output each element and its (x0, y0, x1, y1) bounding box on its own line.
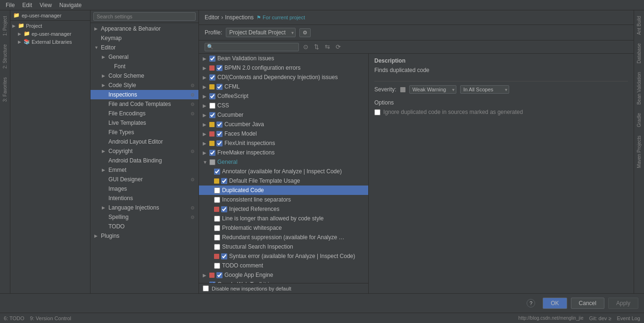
insp-css[interactable]: ▶ CSS (199, 101, 368, 110)
settings-item-font[interactable]: Font (91, 62, 198, 71)
insp-check-faces[interactable] (216, 131, 223, 137)
settings-item-file-types[interactable]: File Types (91, 128, 198, 137)
insp-check-whitespace[interactable] (214, 225, 220, 231)
tree-item-project[interactable]: ▶ 📁 Project (10, 22, 90, 30)
menu-edit[interactable]: Edit (18, 1, 36, 9)
insp-check-annotator[interactable] (214, 169, 220, 175)
settings-item-intentions[interactable]: Intentions (91, 194, 198, 203)
insp-flexunit[interactable]: ▶ FlexUnit inspections (199, 138, 368, 148)
insp-syntax-error[interactable]: Syntax error (available for Analyze | In… (199, 251, 368, 261)
settings-item-keymap[interactable]: Keymap (91, 33, 198, 43)
collapse-icon-button[interactable]: ⇆ (323, 42, 331, 51)
insp-line-longer[interactable]: Line is longer than allowed by code styl… (199, 214, 368, 223)
settings-search-input[interactable] (93, 12, 196, 21)
insp-bpmn[interactable]: ▶ BPMN 2.0 configuration errors (199, 63, 368, 73)
settings-item-general[interactable]: ▶ General (91, 52, 198, 62)
settings-item-android-layout[interactable]: Android Layout Editor (91, 137, 198, 146)
insp-injected-references[interactable]: Injected References (199, 204, 368, 214)
menu-navigate[interactable]: Navigate (56, 1, 85, 9)
insp-check-coffeescript[interactable] (209, 93, 215, 99)
insp-check-inconsistent[interactable] (214, 197, 220, 203)
insp-google-app[interactable]: ▶ Google App Engine (199, 270, 368, 280)
insp-check-flexunit[interactable] (216, 140, 223, 146)
insp-check-css[interactable] (209, 103, 215, 109)
insp-default-file[interactable]: Default File Template Usage (199, 176, 368, 186)
left-vtab-project[interactable]: 1: Project (1, 12, 8, 40)
settings-item-inspections[interactable]: Inspections ⚙ (91, 90, 198, 99)
insp-check-duplicated[interactable] (214, 187, 220, 194)
settings-item-todo[interactable]: TODO (91, 222, 198, 231)
insp-check-freemaker[interactable] (209, 150, 215, 156)
insp-cfml[interactable]: ▶ CFML (199, 82, 368, 91)
insp-check-syntax[interactable] (221, 253, 227, 259)
menu-view[interactable]: View (36, 1, 56, 9)
inspections-search-input[interactable] (205, 43, 299, 51)
settings-item-gui-designer[interactable]: GUI Designer ⚙ (91, 175, 198, 184)
settings-item-images[interactable]: Images (91, 184, 198, 194)
settings-item-android-data[interactable]: Android Data Binding (91, 156, 198, 165)
insp-check-injected[interactable] (221, 206, 227, 212)
insp-bean-validation[interactable]: ▶ Bean Validation issues (199, 54, 368, 63)
insp-check-cfml[interactable] (216, 84, 223, 90)
apply-button[interactable]: Apply (608, 298, 638, 309)
status-event-log[interactable]: Event Log (617, 315, 640, 321)
settings-item-file-code-templates[interactable]: File and Code Templates ⚙ (91, 99, 198, 109)
insp-inconsistent-line[interactable]: Inconsistent line separators (199, 195, 368, 204)
insp-cdi[interactable]: ▶ CDI(Contexts and Dependency Injection)… (199, 73, 368, 82)
settings-item-code-style[interactable]: ▶ Code Style ⚙ (91, 81, 198, 90)
severity-select[interactable]: Weak Warning Warning Error Info (409, 85, 456, 94)
status-todo[interactable]: 6: TODO (4, 315, 25, 321)
help-button[interactable]: ? (527, 299, 535, 307)
settings-item-spelling[interactable]: Spelling ⚙ (91, 212, 198, 222)
insp-cucumber-java[interactable]: ▶ Cucumber Java (199, 120, 368, 129)
scope-select[interactable]: In All Scopes In Test Sources (460, 85, 509, 94)
settings-item-lang-injections[interactable]: ▶ Language Injections ⚙ (91, 203, 198, 212)
insp-check-general[interactable] (209, 159, 215, 165)
settings-item-copyright[interactable]: ▶ Copyright ⚙ (91, 146, 198, 156)
insp-duplicated-code[interactable]: Duplicated Code (199, 186, 368, 195)
insp-check-bpmn[interactable] (216, 65, 223, 71)
insp-check-structural[interactable] (214, 244, 220, 250)
insp-check-google-app[interactable] (216, 272, 223, 278)
menu-file[interactable]: File (2, 1, 18, 9)
insp-check-redundant[interactable] (214, 234, 220, 241)
insp-freemaker[interactable]: ▶ FreeMaker inspections (199, 148, 368, 157)
settings-item-live-templates[interactable]: Live Templates (91, 118, 198, 128)
insp-check-bean[interactable] (209, 56, 215, 62)
tree-item-libraries[interactable]: ▶ 📚 External Libraries (10, 38, 90, 46)
insp-general[interactable]: ▼ General (199, 157, 368, 167)
side-tab-maven[interactable]: Maven Projects (636, 132, 643, 172)
insp-annotator[interactable]: Annotator (available for Analyze | Inspe… (199, 167, 368, 176)
reset-icon-button[interactable]: ⟳ (334, 42, 342, 51)
insp-faces-model[interactable]: ▶ Faces Model (199, 129, 368, 138)
settings-item-color-scheme[interactable]: ▶ Color Scheme (91, 71, 198, 81)
left-vtab-favorites[interactable]: 3: Favorites (1, 73, 8, 105)
side-tab-database[interactable]: Database (636, 40, 643, 67)
settings-item-emmet[interactable]: ▶ Emmet (91, 165, 198, 175)
ok-button[interactable]: OK (543, 298, 567, 309)
insp-check-default-file[interactable] (221, 178, 227, 184)
expand-icon-button[interactable]: ⇅ (313, 42, 321, 51)
profile-gear-button[interactable]: ⚙ (299, 28, 311, 37)
insp-check-cdi[interactable] (209, 74, 215, 81)
tree-item-ep[interactable]: ▶ 📁 ep-user-manager (10, 30, 90, 38)
settings-item-file-encodings[interactable]: File Encodings ⚙ (91, 109, 198, 118)
settings-item-editor[interactable]: ▼ Editor (91, 43, 198, 52)
insp-gwt[interactable]: ▶ Google Web Toolkit issues (199, 280, 368, 283)
insp-check-todo[interactable] (214, 263, 220, 269)
settings-item-plugins[interactable]: ▶ Plugins (91, 231, 198, 241)
insp-check-cucumber[interactable] (209, 112, 215, 118)
side-tab-bean[interactable]: Bean Validation (636, 68, 643, 108)
insp-todo-comment[interactable]: TODO comment (199, 261, 368, 270)
profile-select[interactable]: Project Default Project (226, 28, 296, 37)
insp-coffeescript[interactable]: ▶ CoffeeScript (199, 91, 368, 101)
insp-check-line-longer[interactable] (214, 216, 220, 222)
insp-cucumber[interactable]: ▶ Cucumber (199, 110, 368, 120)
left-vtab-structure[interactable]: 2: Structure (1, 40, 8, 73)
ignore-generated-checkbox[interactable] (374, 109, 380, 115)
disable-new-inspections-checkbox[interactable] (203, 285, 209, 291)
cancel-button[interactable]: Cancel (571, 298, 604, 309)
side-tab-gradle[interactable]: Gradle (636, 109, 643, 131)
side-tab-ant[interactable]: Ant Build (636, 12, 643, 39)
insp-structural[interactable]: Structural Search Inspection (199, 242, 368, 251)
